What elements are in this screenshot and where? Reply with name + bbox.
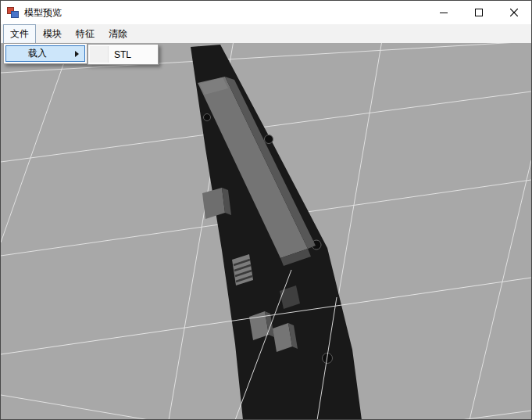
window-title: 模型预览 — [24, 6, 62, 20]
board-hole — [204, 114, 211, 121]
viewport[interactable] — [1, 43, 531, 419]
menu-item-load[interactable]: 载入 — [5, 45, 85, 62]
titlebar: 模型预览 — [1, 1, 531, 24]
file-dropdown-menu: 载入 — [3, 43, 87, 64]
submenu-arrow-icon — [75, 51, 79, 57]
menu-item-module[interactable]: 模块 — [36, 24, 69, 44]
app-icon — [7, 6, 20, 19]
menu-item-file[interactable]: 文件 — [3, 24, 36, 44]
maximize-button[interactable] — [461, 1, 496, 24]
maximize-icon — [475, 9, 483, 16]
menu-item-feature[interactable]: 特征 — [69, 24, 102, 44]
minimize-icon — [440, 9, 448, 16]
app-window: 模型预览 文件 模块 特征 清除 — [0, 0, 532, 420]
menu-item-load-label: 载入 — [28, 47, 47, 60]
menubar: 文件 模块 特征 清除 — [1, 24, 531, 43]
minimize-button[interactable] — [426, 1, 461, 24]
menu-item-stl-label: STL — [114, 49, 131, 60]
menu-item-clear[interactable]: 清除 — [102, 24, 134, 44]
close-button[interactable] — [496, 1, 531, 24]
board-hole — [265, 135, 273, 144]
menu-item-stl[interactable]: STL — [90, 46, 156, 63]
model-3d — [191, 45, 362, 419]
app-icon-blue-square — [11, 11, 19, 18]
close-icon — [510, 9, 518, 16]
viewport-canvas — [1, 43, 531, 419]
window-controls — [426, 1, 531, 24]
load-submenu: STL — [87, 44, 159, 65]
